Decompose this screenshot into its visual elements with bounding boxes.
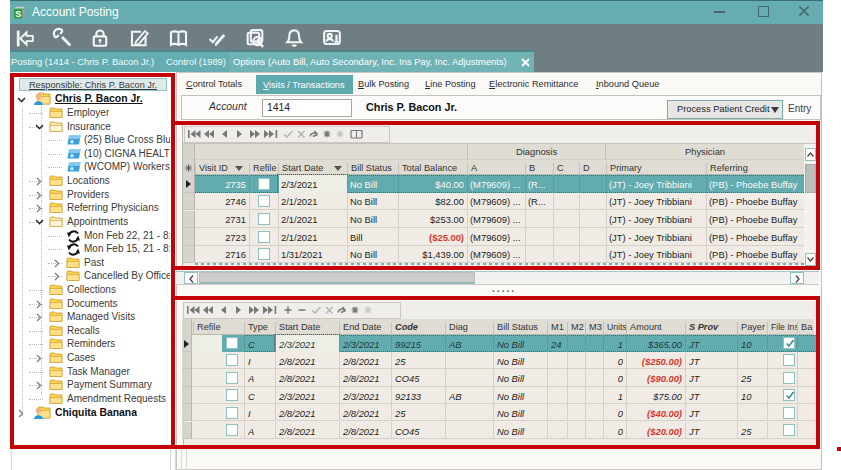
svg-text:S: S: [15, 9, 21, 19]
